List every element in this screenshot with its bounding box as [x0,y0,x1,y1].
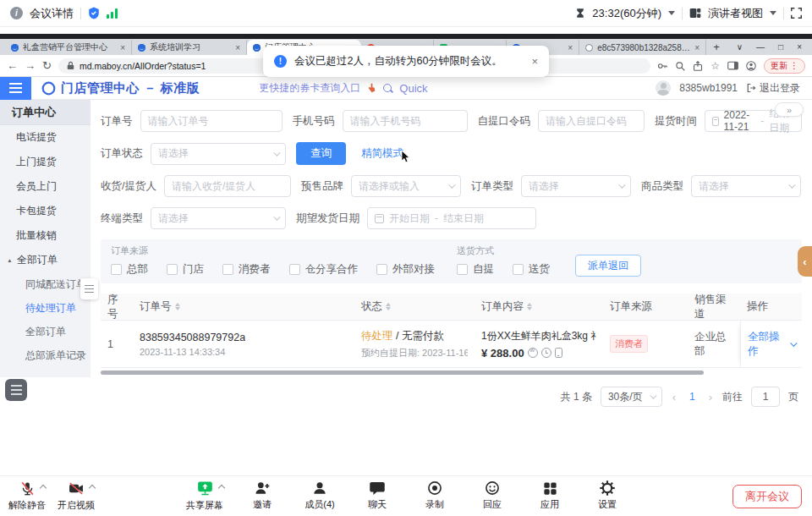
sidebar-subitem-all-orders[interactable]: 全部订单 [0,320,91,343]
quick-label[interactable]: Quick [399,82,427,95]
phone-input[interactable] [343,110,468,132]
filter-expand-button[interactable]: » [775,102,804,117]
browser-tab[interactable]: 系统培训学习 × [132,40,247,55]
fullscreen-icon[interactable] [791,8,802,19]
sidebar-subitem-pending-orders[interactable]: 待处理订单 [0,296,91,320]
pickup-code-input[interactable] [538,110,645,132]
sidebar-drag-handle[interactable] [80,278,98,299]
invite-button[interactable]: 邀请 [244,479,281,512]
expect-ship-date-range[interactable]: 开始日期 - 结束日期 [367,207,536,229]
record-button[interactable]: 录制 [416,479,453,512]
sidebar-item-phone-pickup[interactable]: 电话提货 [0,125,91,150]
goods-type-select[interactable]: 请选择 [691,175,801,197]
leave-meeting-button[interactable]: 离开会议 [732,485,802,508]
sidebar-subitem-city-delivery[interactable]: 同城配送订单 [0,272,91,296]
col-content[interactable]: 订单内容 [475,299,603,314]
meeting-details-label[interactable]: 会议详情 [30,6,74,21]
share-screen-button[interactable]: 共享屏幕 [186,479,223,512]
order-type-select[interactable]: 请选择 [521,175,631,197]
dispatch-return-button[interactable]: 派单退回 [575,255,641,277]
maximize-icon[interactable]: □ [778,42,783,52]
ship-start-date[interactable]: 开始日期 [389,211,430,226]
user-avatar[interactable] [656,80,671,96]
checkbox-icon[interactable] [167,264,178,275]
key-icon[interactable] [657,61,667,71]
chevron-up-icon[interactable] [39,485,46,491]
browser-tab[interactable]: 礼盒营销平台管理中心 × [5,40,132,55]
chat-button[interactable]: 聊天 [359,479,396,512]
pickup-start-date[interactable]: 2022-11-21 [724,109,756,133]
unmute-button[interactable]: 解除静音 [8,479,46,512]
sidebar-subitem-hq-dispatch-records[interactable]: 总部派单记录 [0,343,91,367]
forward-icon[interactable]: → [25,59,36,72]
zoom-icon[interactable] [675,61,685,71]
new-tab-button[interactable]: + [706,41,727,53]
profile-avatar-icon[interactable] [746,61,756,71]
network-signal-icon[interactable] [107,8,118,19]
checkbox-hq[interactable]: 总部 [111,262,148,277]
tab-close-icon[interactable]: × [120,43,125,52]
presale-brand-select[interactable]: 请选择或输入 [351,175,461,197]
back-icon[interactable]: ← [7,59,18,72]
sidebar-item-all-orders[interactable]: ▲ 全部订单 [0,248,91,272]
receiver-input[interactable] [164,175,291,197]
tab-close-icon[interactable]: × [235,43,240,52]
terminal-type-select[interactable]: 请选择 [151,207,286,229]
security-shield-icon[interactable] [88,7,100,19]
checkbox-external[interactable]: 外部对接 [376,262,435,277]
browser-tab[interactable]: e8c573980b1328a258fd2e618 × [579,40,706,55]
sidebar-item-member-visit[interactable]: 会员上门 [0,174,91,199]
sort-icon[interactable] [386,303,391,310]
sidebar-item-batch-verify[interactable]: 批量核销 [0,223,91,248]
reload-icon[interactable]: ↻ [42,59,52,72]
checkbox-icon[interactable] [457,264,468,275]
menu-dots-icon[interactable]: ⋮ [790,61,798,70]
order-no-input[interactable] [140,110,283,132]
checkbox-delivery[interactable]: 送货 [513,262,550,277]
order-status-select[interactable]: 请选择 [151,143,286,165]
goto-page-input[interactable] [751,387,780,407]
checkbox-icon[interactable] [513,264,524,275]
chevron-down-icon[interactable] [668,11,675,15]
side-drawer-handle[interactable]: ‹ [798,246,812,277]
checkbox-self-pickup[interactable]: 自提 [457,262,494,277]
quick-search-icon[interactable] [383,84,392,93]
chevron-down-icon[interactable] [770,11,776,15]
col-order-no[interactable]: 订单号 [133,299,354,314]
order-no-value[interactable]: 83859345088979792a [140,332,245,343]
sort-icon[interactable] [175,303,180,310]
bookmark-star-icon[interactable]: ☆ [710,60,720,72]
ship-end-date[interactable]: 结束日期 [443,211,484,226]
tab-close-icon[interactable]: × [568,43,573,52]
horizontal-scrollbar[interactable] [101,371,704,375]
checkbox-consumer[interactable]: 消费者 [222,262,271,277]
minimize-icon[interactable]: — [756,42,765,52]
next-page-button[interactable]: › [707,391,714,403]
chevron-up-icon[interactable] [217,485,224,491]
prev-page-button[interactable]: ‹ [671,391,678,403]
current-page[interactable]: 1 [686,391,699,403]
meeting-info-icon[interactable]: i [10,7,23,19]
quick-menu-fab[interactable] [5,379,27,401]
sidebar-item-door-pickup[interactable]: 上门提货 [0,150,91,174]
tab-close-icon[interactable]: × [694,43,700,52]
col-status[interactable]: 状态 [354,299,475,314]
start-video-button[interactable]: 开启视频 [58,479,95,512]
toast-close-icon[interactable]: × [531,55,538,68]
checkbox-icon[interactable] [376,264,387,275]
checkbox-icon[interactable] [222,264,233,275]
sort-icon[interactable] [527,303,532,310]
close-icon[interactable]: × [797,42,802,52]
checkbox-icon[interactable] [289,264,300,275]
profile-chevron-icon[interactable]: ∨ [737,42,743,52]
search-button[interactable]: 查询 [296,142,346,165]
page-size-select[interactable]: 30条/页 [601,387,662,407]
chrome-update-button[interactable]: 更新 ⋮ [764,58,805,74]
side-panel-icon[interactable] [727,61,738,70]
checkbox-warehouse-coop[interactable]: 仓分享合作 [289,262,359,277]
logout-button[interactable]: 退出登录 [746,81,800,96]
members-button[interactable]: 成员(4) [301,479,338,512]
sidebar-toggle-button[interactable] [0,77,31,100]
simple-mode-link[interactable]: 精简模式 [361,146,403,161]
apps-button[interactable]: 应用 [531,479,568,512]
